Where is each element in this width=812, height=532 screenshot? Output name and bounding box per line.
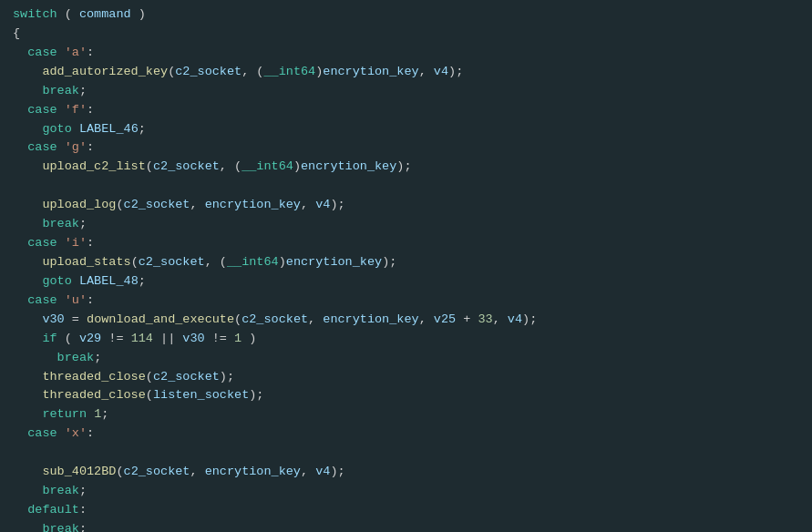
code-line-16: case 'u': [0, 292, 812, 311]
var-v4-2: v4 [315, 196, 330, 215]
code-line-25: sub_4012BD(c2_socket, encrytion_key, v4)… [0, 463, 812, 482]
code-line-18: if ( v29 != 114 || v30 != 1 ) [0, 330, 812, 349]
code-line-2: { [0, 25, 812, 44]
code-line-17: v30 = download_and_execute(c2_socket, en… [0, 311, 812, 330]
code-line-11: upload_log(c2_socket, encrytion_key, v4)… [0, 196, 812, 215]
code-line-1: switch ( command ) [0, 5, 812, 25]
num-return-1: 1 [94, 405, 101, 425]
keyword-case-x: case [27, 425, 57, 444]
fn-upload-stats: upload_stats [42, 253, 130, 272]
cast-int64-2: __int64 [242, 158, 293, 177]
code-line-8: case 'g': [0, 138, 812, 158]
cast-int64-1: __int64 [263, 63, 315, 82]
var-v4-3: v4 [508, 311, 522, 330]
code-line-4: add_autorized_key(c2_socket, (__int64)en… [0, 63, 812, 82]
keyword-case-f: case [27, 101, 57, 120]
code-line-19: break; [0, 349, 812, 368]
keyword-break-5: break [42, 520, 79, 532]
code-line-20: threaded_close(c2_socket); [0, 368, 812, 387]
str-f: 'f' [65, 101, 87, 120]
var-c2socket-5: c2_socket [242, 311, 308, 330]
code-line-6: case 'f': [0, 101, 812, 120]
var-c2socket-1: c2_socket [175, 63, 242, 82]
var-v25: v25 [434, 311, 456, 330]
fn-upload-log: upload_log [42, 196, 116, 215]
keyword-if: if [42, 330, 57, 349]
code-line-12: break; [0, 215, 812, 234]
var-command: command [79, 5, 131, 25]
fn-threaded-close-listen: threaded_close [42, 386, 145, 405]
var-c2socket-7: c2_socket [124, 463, 190, 482]
var-encrytion-key-5: encrytion_key [323, 311, 418, 330]
var-c2socket-2: c2_socket [153, 158, 220, 177]
var-encrytion-key-2: encrytion_key [301, 158, 396, 177]
fn-upload-c2-list: upload_c2_list [42, 158, 145, 177]
keyword-goto-2: goto [42, 272, 71, 292]
code-line-26: break; [0, 482, 812, 501]
var-encrytion-key-4: encrytion_key [286, 253, 382, 272]
var-v4-1: v4 [434, 63, 448, 82]
code-container: switch ( command ) { case 'a': add_autor… [0, 0, 812, 532]
num-33: 33 [478, 311, 492, 330]
fn-add-autorized-key: add_autorized_key [42, 63, 168, 82]
keyword-case-g: case [27, 138, 57, 158]
fn-download-and-execute: download_and_execute [87, 311, 234, 330]
code-line-23: case 'x': [0, 425, 812, 444]
code-line-27: default: [0, 501, 812, 520]
var-encrytion-key-1: encrytion_key [323, 63, 418, 82]
keyword-break-3: break [57, 349, 95, 368]
str-g: 'g' [65, 138, 87, 158]
keyword-case-a: case [27, 44, 57, 63]
var-v29: v29 [79, 330, 101, 349]
code-line-13: case 'i': [0, 234, 812, 253]
code-line-14: upload_stats(c2_socket, (__int64)encryti… [0, 253, 812, 272]
keyword-case-i: case [27, 234, 57, 253]
code-line-15: goto LABEL_48; [0, 272, 812, 292]
str-x: 'x' [65, 425, 87, 444]
code-line-7: goto LABEL_46; [0, 120, 812, 139]
code-line-28: break; [0, 520, 812, 532]
var-encrytion-key-6: encrytion_key [205, 463, 301, 482]
var-c2socket-4: c2_socket [139, 253, 205, 272]
num-114: 114 [131, 330, 153, 349]
label-46: LABEL_46 [79, 120, 139, 139]
var-v30-2: v30 [182, 330, 204, 349]
str-a: 'a' [65, 44, 87, 63]
var-listen-socket: listen_socket [153, 386, 249, 405]
code-line-21: threaded_close(listen_socket); [0, 386, 812, 405]
keyword-switch: switch [13, 5, 57, 25]
str-i: 'i' [65, 234, 87, 253]
keyword-goto-1: goto [42, 120, 71, 139]
keyword-case-u: case [27, 292, 57, 311]
var-c2socket-6: c2_socket [153, 368, 220, 387]
keyword-return: return [42, 405, 87, 425]
num-1: 1 [234, 330, 242, 349]
var-encrytion-key-3: encrytion_key [205, 196, 301, 215]
code-line-22: return 1; [0, 405, 812, 425]
code-line-9: upload_c2_list(c2_socket, (__int64)encry… [0, 158, 812, 177]
fn-sub-4012bd: sub_4012BD [42, 463, 116, 482]
keyword-break-4: break [42, 482, 79, 501]
str-u: 'u' [65, 292, 87, 311]
keyword-break-2: break [42, 215, 79, 234]
var-v4-4: v4 [315, 463, 330, 482]
var-v30: v30 [42, 311, 64, 330]
label-48: LABEL_48 [79, 272, 139, 292]
code-line-24 [0, 444, 812, 463]
keyword-break-1: break [42, 82, 79, 101]
code-line-3: case 'a': [0, 44, 812, 63]
cast-int64-3: __int64 [227, 253, 279, 272]
keyword-default: default [27, 501, 79, 520]
fn-threaded-close-c2: threaded_close [42, 368, 145, 387]
code-line-5: break; [0, 82, 812, 101]
var-c2socket-3: c2_socket [124, 196, 190, 215]
code-line-10 [0, 177, 812, 196]
